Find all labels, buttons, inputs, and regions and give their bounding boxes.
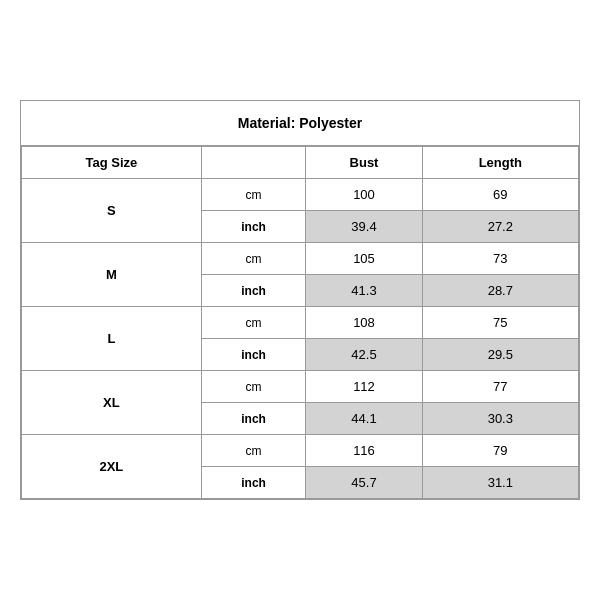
bust-cm-value: 100 bbox=[306, 179, 422, 211]
bust-cm-value: 112 bbox=[306, 371, 422, 403]
unit-inch: inch bbox=[201, 339, 306, 371]
unit-inch: inch bbox=[201, 467, 306, 499]
bust-inch-value: 39.4 bbox=[306, 211, 422, 243]
bust-cm-value: 105 bbox=[306, 243, 422, 275]
table-header-row: Tag Size Bust Length bbox=[22, 147, 579, 179]
length-cm-value: 69 bbox=[422, 179, 578, 211]
table-row: Scm10069 bbox=[22, 179, 579, 211]
unit-inch: inch bbox=[201, 275, 306, 307]
length-inch-value: 29.5 bbox=[422, 339, 578, 371]
length-cm-value: 77 bbox=[422, 371, 578, 403]
unit-cm: cm bbox=[201, 243, 306, 275]
bust-cm-value: 116 bbox=[306, 435, 422, 467]
unit-inch: inch bbox=[201, 403, 306, 435]
table-row: 2XLcm11679 bbox=[22, 435, 579, 467]
size-label: M bbox=[22, 243, 202, 307]
bust-header: Bust bbox=[306, 147, 422, 179]
bust-cm-value: 108 bbox=[306, 307, 422, 339]
length-inch-value: 30.3 bbox=[422, 403, 578, 435]
length-cm-value: 75 bbox=[422, 307, 578, 339]
unit-cm: cm bbox=[201, 179, 306, 211]
length-inch-value: 27.2 bbox=[422, 211, 578, 243]
unit-header bbox=[201, 147, 306, 179]
length-cm-value: 79 bbox=[422, 435, 578, 467]
unit-cm: cm bbox=[201, 307, 306, 339]
bust-inch-value: 44.1 bbox=[306, 403, 422, 435]
unit-inch: inch bbox=[201, 211, 306, 243]
tag-size-header: Tag Size bbox=[22, 147, 202, 179]
size-label: 2XL bbox=[22, 435, 202, 499]
size-chart-container: Material: Polyester Tag Size Bust Length… bbox=[20, 100, 580, 500]
chart-title: Material: Polyester bbox=[21, 101, 579, 146]
bust-inch-value: 42.5 bbox=[306, 339, 422, 371]
size-label: L bbox=[22, 307, 202, 371]
bust-inch-value: 41.3 bbox=[306, 275, 422, 307]
table-row: Lcm10875 bbox=[22, 307, 579, 339]
size-label: S bbox=[22, 179, 202, 243]
table-row: XLcm11277 bbox=[22, 371, 579, 403]
length-header: Length bbox=[422, 147, 578, 179]
length-cm-value: 73 bbox=[422, 243, 578, 275]
size-table: Tag Size Bust Length Scm10069inch39.427.… bbox=[21, 146, 579, 499]
size-label: XL bbox=[22, 371, 202, 435]
unit-cm: cm bbox=[201, 371, 306, 403]
length-inch-value: 31.1 bbox=[422, 467, 578, 499]
bust-inch-value: 45.7 bbox=[306, 467, 422, 499]
length-inch-value: 28.7 bbox=[422, 275, 578, 307]
table-row: Mcm10573 bbox=[22, 243, 579, 275]
unit-cm: cm bbox=[201, 435, 306, 467]
